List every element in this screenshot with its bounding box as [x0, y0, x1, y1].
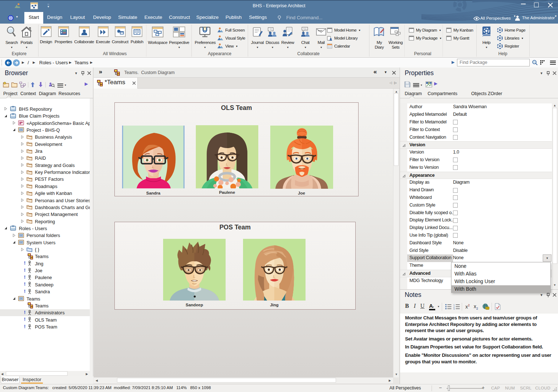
svg-text:3: 3 — [453, 308, 455, 310]
